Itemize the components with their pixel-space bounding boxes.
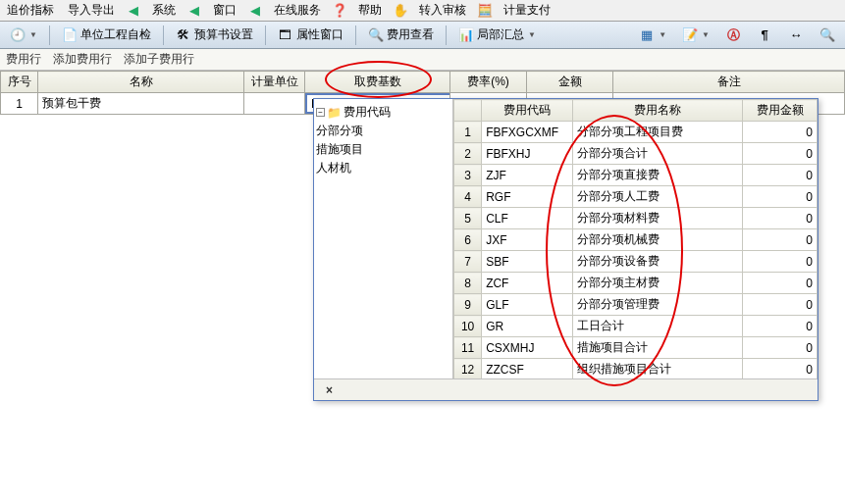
tool-grid[interactable]: ▼: [633, 25, 672, 46]
help-icon[interactable]: [332, 3, 347, 19]
wf-icon: [682, 27, 698, 43]
property-window-button[interactable]: 属性窗口: [272, 24, 349, 46]
fee-row-link[interactable]: 费用行: [6, 51, 41, 68]
cell-seq[interactable]: 1: [1, 93, 38, 115]
history-icon: [10, 27, 26, 43]
col-unit[interactable]: 计量单位: [244, 72, 305, 93]
hand-icon[interactable]: [393, 3, 408, 19]
tool-para[interactable]: [751, 25, 778, 46]
dcol-code[interactable]: 费用代码: [482, 100, 573, 116]
tool-zoom[interactable]: [814, 25, 841, 46]
back-icon[interactable]: [126, 3, 141, 19]
label: 局部汇总: [477, 26, 524, 43]
tool-wf[interactable]: ▼: [676, 25, 715, 46]
tree-root-label: 费用代码: [343, 104, 391, 115]
col-seq[interactable]: 序号: [1, 72, 38, 93]
back-icon-2[interactable]: [186, 3, 202, 19]
paragraph-icon: [757, 27, 772, 43]
fee-code-popup: − 📁 费用代码 分部分项 措施项目 人材机: [313, 98, 819, 115]
detail-grid[interactable]: 费用代码 费用名称 费用金额 1FBFXGCXMF分部分项工程项目费02FBFX…: [453, 99, 818, 115]
window-icon: [278, 27, 293, 43]
menu-audit[interactable]: 转入审核: [416, 1, 469, 20]
abc-icon: [725, 27, 741, 43]
menubar: 追价指标 导入导出 系统 窗口 在线服务 帮助 转入审核 计量支付: [0, 0, 845, 22]
menu-price-index[interactable]: 追价指标: [4, 1, 57, 20]
gear-icon: [176, 27, 191, 43]
col-name[interactable]: 名称: [38, 72, 244, 93]
search-icon: [368, 27, 384, 43]
toolbar: ▼ 单位工程自检 预算书设置 属性窗口 费用查看 局部汇总▼ ▼ ▼: [0, 22, 845, 49]
menu-measure-pay[interactable]: 计量支付: [501, 1, 554, 20]
dcol-name[interactable]: 费用名称: [573, 100, 743, 116]
dcol-amount[interactable]: 费用金额: [743, 100, 818, 116]
col-rate[interactable]: 费率(%): [450, 72, 527, 93]
back-icon-3[interactable]: [247, 3, 263, 19]
add-fee-row-link[interactable]: 添加费用行: [53, 51, 112, 68]
calc-icon[interactable]: [477, 3, 493, 19]
menu-window[interactable]: 窗口: [210, 1, 239, 20]
cell-name[interactable]: 预算包干费: [38, 93, 244, 115]
cell-unit[interactable]: [244, 93, 305, 115]
grid-icon: [639, 27, 655, 43]
unit-self-check-button[interactable]: 单位工程自检: [56, 24, 157, 46]
tool-abc[interactable]: [719, 25, 747, 46]
zoom-icon: [819, 27, 835, 43]
col-remark[interactable]: 备注: [613, 72, 845, 93]
history-dropdown[interactable]: ▼: [4, 25, 43, 46]
detail-pane: 费用代码 费用名称 费用金额 1FBFXGCXMF分部分项工程项目费02FBFX…: [453, 99, 818, 115]
tree-collapse-icon[interactable]: −: [316, 108, 325, 115]
summary-icon: [458, 27, 474, 43]
add-child-fee-row-link[interactable]: 添加子费用行: [124, 51, 194, 68]
sub-toolbar: 费用行 添加费用行 添加子费用行: [0, 49, 845, 71]
menu-online[interactable]: 在线服务: [271, 1, 324, 20]
label: 预算书设置: [194, 26, 253, 43]
col-basis[interactable]: 取费基数: [305, 72, 450, 93]
folder-icon: 📁: [327, 106, 342, 116]
dcol-rownum[interactable]: [454, 100, 482, 116]
label: 单位工程自检: [80, 26, 151, 43]
partial-summary-button[interactable]: 局部汇总▼: [452, 24, 542, 46]
col-amount[interactable]: 金额: [527, 72, 613, 93]
menu-help[interactable]: 帮助: [355, 1, 385, 20]
tree-pane[interactable]: − 📁 费用代码 分部分项 措施项目 人材机: [314, 99, 453, 115]
menu-system[interactable]: 系统: [149, 1, 179, 20]
tree-root[interactable]: − 📁 费用代码: [316, 103, 450, 115]
fee-view-button[interactable]: 费用查看: [362, 24, 440, 46]
budget-settings-button[interactable]: 预算书设置: [170, 24, 259, 46]
label: 费用查看: [387, 26, 434, 43]
tool-move[interactable]: [782, 25, 810, 46]
move-icon: [788, 27, 804, 43]
doc-icon: [62, 27, 78, 43]
detail-scroll[interactable]: 费用代码 费用名称 费用金额 1FBFXGCXMF分部分项工程项目费02FBFX…: [453, 99, 818, 115]
label: 属性窗口: [296, 26, 343, 43]
menu-import-export[interactable]: 导入导出: [65, 1, 118, 20]
